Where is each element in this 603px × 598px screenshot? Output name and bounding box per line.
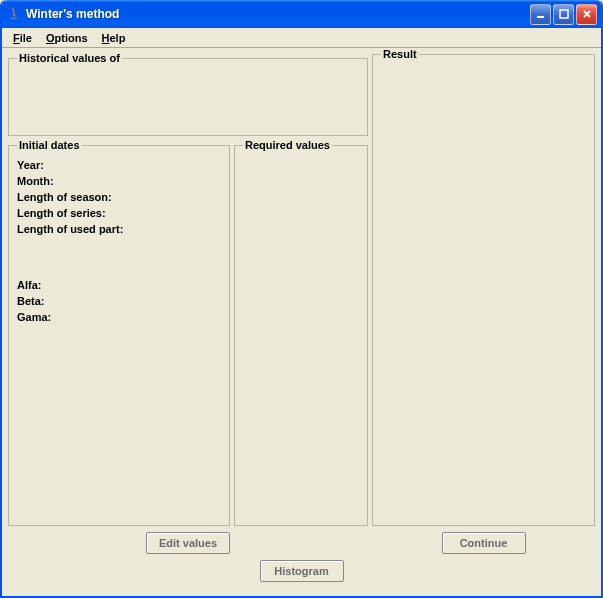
window-title: Winter's method — [26, 7, 530, 21]
menu-file[interactable]: File — [6, 30, 39, 46]
app-window: Winter's method File Options Help Histor… — [0, 0, 603, 598]
maximize-button[interactable] — [553, 4, 574, 25]
java-app-icon — [6, 6, 22, 22]
close-button[interactable] — [576, 4, 597, 25]
historical-values-group: Historical values of — [8, 52, 368, 136]
menubar: File Options Help — [2, 28, 601, 48]
result-group: Result — [372, 48, 595, 526]
minimize-button[interactable] — [530, 4, 551, 25]
main-row: Initial dates Year: Month: Length of sea… — [8, 139, 595, 557]
svg-rect-0 — [537, 16, 544, 18]
bottom-row: Histogram — [8, 560, 595, 590]
left-column: Initial dates Year: Month: Length of sea… — [8, 139, 368, 557]
initial-dates-group: Initial dates Year: Month: Length of sea… — [8, 139, 230, 526]
required-values-group: Required values — [234, 139, 368, 526]
label-month: Month: — [17, 173, 221, 189]
continue-row: Continue — [372, 529, 595, 557]
label-alfa: Alfa: — [17, 277, 221, 293]
label-length-used-part: Length of used part: — [17, 221, 221, 237]
continue-button[interactable]: Continue — [442, 532, 526, 554]
label-beta: Beta: — [17, 293, 221, 309]
result-legend: Result — [381, 48, 419, 60]
label-gama: Gama: — [17, 309, 221, 325]
svg-rect-1 — [560, 10, 568, 18]
edit-values-button[interactable]: Edit values — [146, 532, 230, 554]
label-length-series: Length of series: — [17, 205, 221, 221]
menu-options[interactable]: Options — [39, 30, 95, 46]
titlebar[interactable]: Winter's method — [2, 0, 601, 28]
required-values-legend: Required values — [243, 139, 332, 151]
historical-values-legend: Historical values of — [17, 52, 122, 64]
right-column: Result Continue — [372, 48, 595, 557]
initial-dates-legend: Initial dates — [17, 139, 82, 151]
histogram-button[interactable]: Histogram — [260, 560, 344, 582]
content-area: Historical values of Initial dates Year:… — [2, 48, 601, 596]
spacer — [17, 237, 221, 277]
left-inner-row: Initial dates Year: Month: Length of sea… — [8, 139, 368, 526]
label-length-season: Length of season: — [17, 189, 221, 205]
menu-help[interactable]: Help — [95, 30, 133, 46]
label-year: Year: — [17, 157, 221, 173]
window-controls — [530, 4, 597, 25]
edit-values-row: Edit values — [8, 529, 368, 557]
